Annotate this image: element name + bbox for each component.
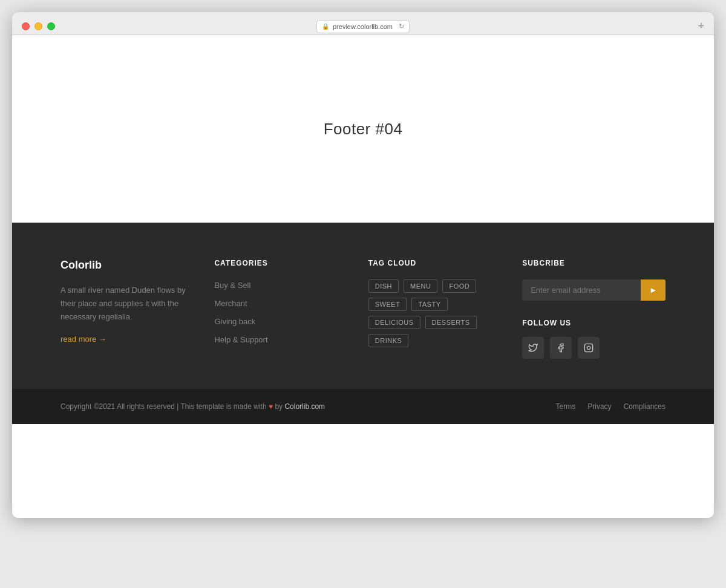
page-title: Footer #04 <box>324 120 403 139</box>
category-link-4[interactable]: Help & Support <box>214 335 267 344</box>
copyright-text: Copyright ©2021 All rights reserved | Th… <box>60 402 325 411</box>
page-bottom <box>12 424 714 518</box>
subscribe-form: ► <box>522 279 666 301</box>
colorlib-link[interactable]: Colorlib.com <box>284 402 325 411</box>
url-text: preview.colorlib.com <box>333 23 393 30</box>
list-item: Giving back <box>214 316 344 327</box>
email-input[interactable] <box>522 279 641 301</box>
tag-cloud-title: TAG CLOUD <box>368 259 498 267</box>
page-header: Footer #04 <box>12 35 714 223</box>
instagram-icon[interactable] <box>578 337 600 359</box>
tag-menu[interactable]: MENU <box>404 279 437 293</box>
tag-drinks[interactable]: DRINKS <box>368 334 409 347</box>
footer-brand-col: Colorlib A small river named Duden flows… <box>60 259 190 359</box>
reload-icon[interactable]: ↻ <box>399 22 404 30</box>
subscribe-title: SUBCRIBE <box>522 259 666 267</box>
social-icons <box>522 337 666 359</box>
list-item: Merchant <box>214 298 344 309</box>
footer-bottom: Copyright ©2021 All rights reserved | Th… <box>12 389 714 424</box>
category-link-1[interactable]: Buy & Sell <box>214 281 250 290</box>
legal-links: Terms Privacy Compliances <box>556 402 666 411</box>
twitter-icon[interactable] <box>522 337 544 359</box>
category-link-2[interactable]: Merchant <box>214 299 247 308</box>
footer-grid: Colorlib A small river named Duden flows… <box>60 259 666 359</box>
compliances-link[interactable]: Compliances <box>624 402 666 411</box>
follow-title: FOLLOW US <box>522 319 666 327</box>
add-tab-button[interactable]: + <box>698 20 704 33</box>
read-more-link[interactable]: read more → <box>60 335 106 344</box>
tag-food[interactable]: FOOD <box>442 279 476 293</box>
tag-tasty[interactable]: TASTY <box>411 298 447 311</box>
footer-main: Colorlib A small river named Duden flows… <box>12 223 714 389</box>
category-link-3[interactable]: Giving back <box>214 317 255 326</box>
by-label: by <box>275 402 284 411</box>
footer-tags-col: TAG CLOUD DISH MENU FOOD SWEET TASTY DEL… <box>368 259 498 359</box>
subscribe-button[interactable]: ► <box>641 279 666 301</box>
address-bar[interactable]: 🔒 preview.colorlib.com ↻ <box>316 20 410 33</box>
brand-description: A small river named Duden flows by their… <box>60 284 190 324</box>
copyright-label: Copyright ©2021 All rights reserved | Th… <box>60 402 269 411</box>
tag-delicious[interactable]: DELICIOUS <box>368 316 420 329</box>
heart-icon: ♥ <box>269 402 273 411</box>
privacy-link[interactable]: Privacy <box>587 402 611 411</box>
tag-dish[interactable]: DISH <box>368 279 399 293</box>
close-button[interactable] <box>22 22 30 30</box>
svg-rect-0 <box>584 344 592 351</box>
categories-list: Buy & Sell Merchant Giving back Help & S… <box>214 279 344 345</box>
maximize-button[interactable] <box>47 22 55 30</box>
footer-categories-col: CATEGORIES Buy & Sell Merchant Giving ba… <box>214 259 344 359</box>
footer-subscribe-col: SUBCRIBE ► FOLLOW US <box>522 259 666 359</box>
categories-title: CATEGORIES <box>214 259 344 267</box>
facebook-icon[interactable] <box>550 337 572 359</box>
browser-chrome: 🔒 preview.colorlib.com ↻ + <box>12 12 714 35</box>
brand-name: Colorlib <box>60 259 190 272</box>
browser-window: 🔒 preview.colorlib.com ↻ + Footer #04 Co… <box>12 12 714 518</box>
list-item: Help & Support <box>214 334 344 345</box>
list-item: Buy & Sell <box>214 279 344 290</box>
tag-desserts[interactable]: DESSERTS <box>425 316 477 329</box>
browser-content: Footer #04 Colorlib A small river named … <box>12 35 714 518</box>
tag-cloud: DISH MENU FOOD SWEET TASTY DELICIOUS DES… <box>368 279 498 347</box>
send-icon: ► <box>649 286 657 295</box>
minimize-button[interactable] <box>34 22 42 30</box>
lock-icon: 🔒 <box>322 23 329 30</box>
tag-sweet[interactable]: SWEET <box>368 298 407 311</box>
terms-link[interactable]: Terms <box>556 402 576 411</box>
